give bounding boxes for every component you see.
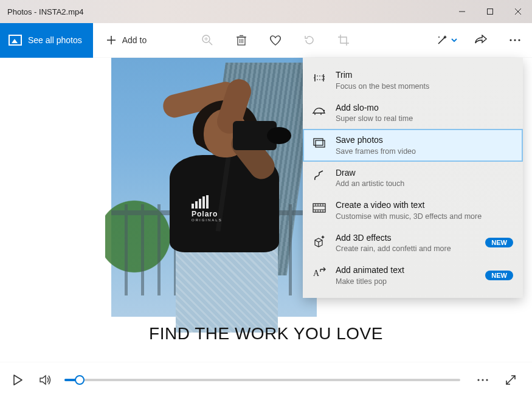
toolbar: See all photos Add to <box>0 23 532 58</box>
svg-rect-29 <box>313 204 325 212</box>
menu-item-title: Create a video with text <box>336 200 513 211</box>
plus-icon <box>106 35 116 45</box>
menu-item-title: Save photos <box>336 135 513 146</box>
menu-item-title: Add 3D effects <box>336 233 477 244</box>
filmstrip-icon <box>311 200 327 216</box>
rotate-button[interactable] <box>292 23 326 58</box>
edit-create-button[interactable] <box>430 23 464 58</box>
svg-point-45 <box>486 379 488 381</box>
share-button[interactable] <box>464 23 498 58</box>
turtle-icon <box>311 103 327 119</box>
seek-slider[interactable] <box>64 379 460 381</box>
svg-point-43 <box>477 379 479 381</box>
window-title: Photos - INSTA2.mp4 <box>7 7 448 16</box>
shirt-sub: ORIGINALS <box>192 218 246 222</box>
menu-item-draw[interactable]: Draw Add an artistic touch <box>303 162 523 195</box>
fullscreen-icon <box>505 374 517 386</box>
play-icon <box>12 374 23 386</box>
menu-item-3d-effects[interactable]: Add 3D effects Create rain, add confetti… <box>303 227 523 260</box>
menu-item-sub: Focus on the best moments <box>336 82 513 91</box>
chevron-down-icon <box>451 36 458 44</box>
rotate-icon <box>303 34 316 46</box>
titlebar: Photos - INSTA2.mp4 <box>0 0 532 23</box>
video-frame[interactable]: Polaro ORIGINALS <box>111 58 317 317</box>
svg-marker-41 <box>14 375 22 385</box>
edit-create-menu: Trim Focus on the best moments Add slo-m… <box>303 58 523 298</box>
trash-icon <box>236 34 247 46</box>
menu-item-title: Trim <box>336 70 513 81</box>
zoom-button[interactable] <box>190 23 224 58</box>
photo-icon <box>9 35 22 46</box>
ellipsis-icon <box>509 38 521 42</box>
favorite-button[interactable] <box>258 23 292 58</box>
menu-item-sub: Make titles pop <box>336 277 477 286</box>
play-button[interactable] <box>4 366 32 394</box>
menu-item-sub: Add an artistic touch <box>336 179 513 188</box>
svg-line-16 <box>438 37 445 44</box>
menu-item-title: Draw <box>336 168 513 179</box>
add-to-label: Add to <box>122 35 147 45</box>
svg-point-19 <box>514 39 516 41</box>
svg-rect-21 <box>314 76 324 80</box>
content-area: Polaro ORIGINALS FIND THE WORK YOU LOVE … <box>0 58 532 362</box>
ellipsis-icon <box>477 378 489 382</box>
menu-item-video-text[interactable]: Create a video with text Customise with … <box>303 194 523 227</box>
trim-icon <box>311 70 327 86</box>
volume-button[interactable] <box>32 366 60 394</box>
magnifier-plus-icon <box>201 34 213 46</box>
draw-icon <box>311 168 327 184</box>
seek-thumb[interactable] <box>75 375 85 385</box>
svg-rect-27 <box>316 140 325 147</box>
add-to-button[interactable]: Add to <box>93 23 160 57</box>
minimize-button[interactable] <box>448 0 476 23</box>
playbar <box>0 362 532 397</box>
menu-item-sub: Save frames from video <box>336 147 513 156</box>
new-badge: NEW <box>485 238 513 247</box>
menu-item-animated-text[interactable]: A Add animated text Make titles pop NEW <box>303 259 523 292</box>
more-button[interactable] <box>498 23 532 58</box>
svg-rect-28 <box>314 139 323 145</box>
menu-item-trim[interactable]: Trim Focus on the best moments <box>303 64 523 97</box>
playbar-more-button[interactable] <box>469 366 497 394</box>
menu-item-title: Add animated text <box>336 265 477 276</box>
svg-point-44 <box>482 379 483 381</box>
share-icon <box>474 35 488 46</box>
menu-item-sub: Super slow to real time <box>336 114 513 123</box>
svg-marker-42 <box>40 376 46 384</box>
fullscreen-button[interactable] <box>497 366 525 394</box>
new-badge: NEW <box>485 271 513 280</box>
crop-button[interactable] <box>326 23 361 58</box>
menu-item-save-photos[interactable]: Save photos Save frames from video <box>303 129 523 162</box>
menu-item-sub: Create rain, add confetti and more <box>336 244 477 253</box>
close-button[interactable] <box>504 0 532 23</box>
see-all-label: See all photos <box>28 35 82 45</box>
menu-item-slomo[interactable]: Add slo-mo Super slow to real time <box>303 97 523 129</box>
maximize-button[interactable] <box>476 0 504 23</box>
delete-button[interactable] <box>224 23 258 58</box>
magic-wand-icon <box>436 34 448 46</box>
svg-point-20 <box>518 39 520 41</box>
animated-text-icon: A <box>311 265 327 281</box>
cube-sparkle-icon <box>311 233 327 249</box>
shirt-brand: Polaro <box>192 210 246 218</box>
svg-rect-1 <box>488 9 493 15</box>
see-all-photos-button[interactable]: See all photos <box>0 23 93 58</box>
video-caption: FIND THE WORK YOU LOVE <box>0 324 532 343</box>
svg-point-24 <box>323 109 325 111</box>
heart-icon <box>269 34 282 46</box>
svg-point-17 <box>438 36 440 38</box>
frames-icon <box>311 135 327 151</box>
menu-item-title: Add slo-mo <box>336 103 513 114</box>
svg-point-18 <box>510 39 511 41</box>
speaker-icon <box>39 374 52 386</box>
svg-line-46 <box>506 376 515 384</box>
svg-text:A: A <box>313 269 320 278</box>
svg-line-7 <box>209 42 212 45</box>
menu-item-sub: Customise with music, 3D effects and mor… <box>336 212 513 221</box>
crop-icon <box>337 34 350 46</box>
